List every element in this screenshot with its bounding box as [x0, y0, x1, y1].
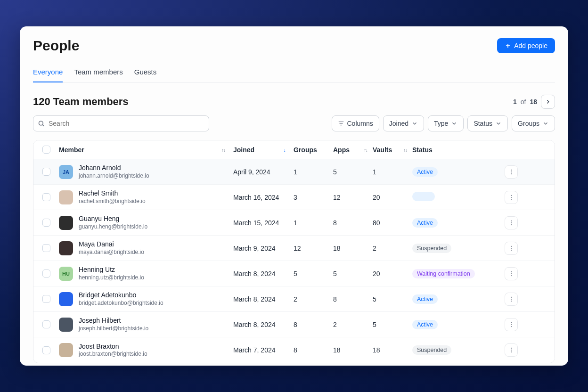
filter-type-label: Type — [434, 120, 448, 127]
svg-point-11 — [511, 196, 512, 197]
svg-line-3 — [42, 125, 44, 126]
header-groups[interactable]: Groups — [294, 146, 333, 154]
more-vertical-icon — [508, 245, 514, 252]
page-title: People — [33, 38, 79, 54]
avatar — [59, 318, 73, 332]
svg-point-22 — [511, 296, 512, 297]
svg-point-20 — [511, 273, 512, 274]
columns-icon — [338, 120, 344, 127]
row-menu-button[interactable] — [505, 343, 518, 357]
table-row[interactable]: Maya Danaimaya.danai@brightside.ioMarch … — [33, 236, 555, 261]
member-cell: Bridget Adetokunbobridget.adetokunbo@bri… — [59, 291, 233, 307]
header-status[interactable]: Status — [412, 146, 497, 154]
more-vertical-icon — [508, 347, 514, 353]
svg-point-17 — [511, 247, 512, 248]
header-vaults[interactable]: Vaults ↑↓ — [373, 146, 412, 154]
row-checkbox-cell — [33, 295, 59, 303]
row-checkbox[interactable] — [42, 168, 50, 176]
cell-groups: 12 — [294, 245, 333, 252]
select-all-checkbox[interactable] — [42, 146, 50, 154]
tab-everyone[interactable]: Everyone — [33, 64, 63, 82]
add-people-button[interactable]: Add people — [497, 38, 555, 53]
row-menu-button[interactable] — [505, 318, 518, 331]
row-menu-button[interactable] — [505, 242, 518, 255]
cell-joined: March 8, 2024 — [233, 295, 294, 303]
member-text: Henning Utzhenning.utz@brightside.io — [79, 266, 144, 281]
row-menu-button[interactable] — [505, 191, 518, 204]
filter-status-button[interactable]: Status — [467, 115, 508, 131]
row-menu-button[interactable] — [505, 216, 518, 229]
header-joined[interactable]: Joined ↓ — [233, 146, 294, 154]
member-cell: Joost Braxtonjoost.braxton@brightside.io — [59, 343, 233, 358]
row-checkbox[interactable] — [42, 219, 50, 227]
table-row[interactable]: Joost Braxtonjoost.braxton@brightside.io… — [33, 337, 555, 363]
add-people-label: Add people — [514, 42, 547, 49]
status-badge: Active — [412, 218, 438, 228]
svg-point-27 — [511, 326, 512, 327]
tab-team-members[interactable]: Team members — [74, 64, 122, 82]
member-text: Bridget Adetokunbobridget.adetokunbo@bri… — [79, 291, 163, 307]
table-row[interactable]: Bridget Adetokunbobridget.adetokunbo@bri… — [33, 286, 555, 312]
row-menu-button[interactable] — [505, 293, 518, 306]
filter-joined-button[interactable]: Joined — [383, 115, 424, 131]
more-vertical-icon — [508, 169, 514, 175]
status-badge: Waiting confirmation — [412, 269, 475, 278]
filter-groups-label: Groups — [518, 120, 539, 127]
row-checkbox[interactable] — [42, 193, 50, 201]
table-row[interactable]: Rachel Smithrachel.smith@brightside.ioMa… — [33, 185, 555, 210]
row-checkbox[interactable] — [42, 270, 50, 278]
pager-next-button[interactable] — [541, 95, 555, 109]
row-menu-button[interactable] — [505, 267, 518, 280]
member-cell: HUHenning Utzhenning.utz@brightside.io — [59, 266, 233, 281]
cell-groups: 5 — [294, 270, 333, 278]
member-email: joost.braxton@brightside.io — [79, 351, 147, 358]
row-checkbox[interactable] — [42, 320, 50, 328]
member-text: Joost Braxtonjoost.braxton@brightside.io — [79, 343, 147, 358]
svg-point-10 — [511, 195, 512, 196]
filter-type-button[interactable]: Type — [428, 115, 464, 131]
member-text: Guanyu Hengguanyu.heng@brightside.io — [79, 215, 147, 230]
row-checkbox[interactable] — [42, 244, 50, 252]
table-row[interactable]: Guanyu Hengguanyu.heng@brightside.ioMarc… — [33, 210, 555, 236]
cell-vaults: 20 — [373, 194, 412, 201]
row-checkbox[interactable] — [42, 346, 50, 354]
member-email: johann.arnold@brightside.io — [79, 172, 149, 180]
filter-group: Columns Joined Type Status Groups — [332, 115, 555, 131]
filter-groups-button[interactable]: Groups — [512, 115, 555, 131]
row-menu-button[interactable] — [505, 165, 518, 179]
tab-guests[interactable]: Guests — [134, 64, 157, 82]
header-groups-label: Groups — [294, 146, 317, 154]
header-apps[interactable]: Apps ↑↓ — [333, 146, 373, 154]
filter-status-label: Status — [474, 120, 492, 127]
status-badge: Suspended — [412, 244, 451, 253]
search-input[interactable] — [33, 115, 209, 131]
header-member[interactable]: Member ↑↓ — [59, 146, 233, 154]
cell-joined: March 9, 2024 — [233, 245, 294, 252]
header-status-label: Status — [412, 146, 433, 154]
row-checkbox-cell — [33, 219, 59, 227]
status-badge — [412, 192, 435, 201]
row-checkbox-cell — [33, 193, 59, 201]
page-header: People Add people — [33, 38, 555, 54]
svg-point-28 — [511, 348, 512, 349]
pager: 1 of 18 — [513, 95, 555, 109]
member-name: Johann Arnold — [79, 164, 149, 172]
cell-joined: March 7, 2024 — [233, 346, 294, 354]
table-row[interactable]: JAJohann Arnoldjohann.arnold@brightside.… — [33, 159, 555, 185]
chevron-right-icon — [545, 98, 551, 105]
svg-point-21 — [511, 275, 512, 276]
cell-apps: 12 — [333, 194, 373, 201]
toolbar: 120 Team members 1 of 18 — [33, 95, 555, 109]
svg-point-7 — [511, 169, 512, 170]
cell-joined: March 8, 2024 — [233, 270, 294, 278]
cell-actions — [497, 165, 525, 179]
table-row[interactable]: HUHenning Utzhenning.utz@brightside.ioMa… — [33, 261, 555, 286]
table-row[interactable]: Joseph Hilbertjoseph.hilbert@brightside.… — [33, 312, 555, 337]
svg-point-24 — [511, 301, 512, 302]
cell-vaults: 5 — [373, 295, 412, 303]
cell-vaults: 2 — [373, 245, 412, 252]
row-checkbox[interactable] — [42, 295, 50, 303]
columns-button[interactable]: Columns — [332, 115, 379, 131]
avatar — [59, 216, 73, 230]
svg-point-9 — [511, 173, 512, 174]
